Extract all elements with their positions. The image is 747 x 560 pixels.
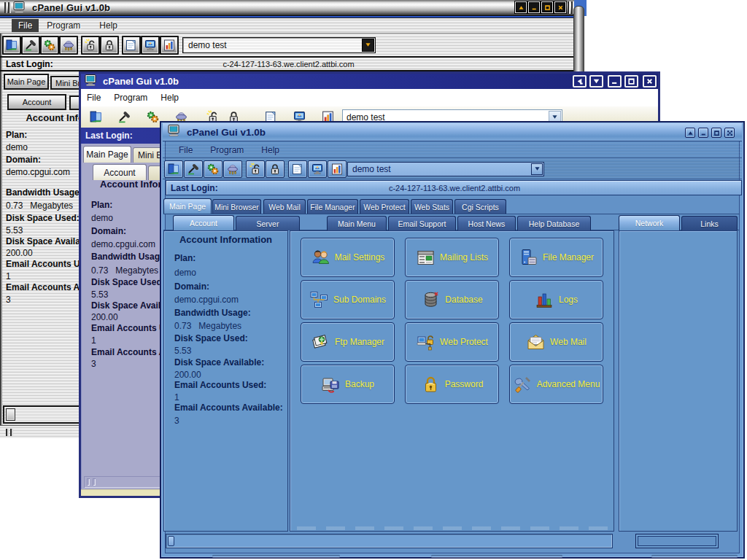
backup-button[interactable]: Backup: [301, 365, 395, 404]
statusbar-knob[interactable]: [168, 536, 174, 546]
field-value: 200.00: [174, 370, 201, 380]
close-button[interactable]: [643, 75, 657, 88]
tab-web-stats[interactable]: Web Stats: [411, 199, 453, 214]
database-button[interactable]: Database: [405, 280, 499, 319]
account-combobox[interactable]: demo test: [182, 37, 376, 53]
logs-button[interactable]: Logs: [509, 280, 603, 319]
file-manager-button[interactable]: File Manager: [509, 238, 603, 277]
menu-file[interactable]: File: [12, 19, 39, 32]
field-label: Email Accounts Used:: [174, 380, 266, 390]
connector-icon[interactable]: [59, 36, 78, 55]
menu-program[interactable]: Program: [210, 145, 244, 155]
lock-icon[interactable]: [266, 160, 285, 178]
front-titlebar[interactable]: cPanel Gui v1.0b: [163, 123, 742, 141]
tab-account[interactable]: Account: [173, 215, 234, 230]
middle-titlebar[interactable]: cPanel Gui v1.0b: [81, 74, 658, 89]
advanced-menu-button[interactable]: Advanced Menu: [509, 365, 603, 404]
close-button[interactable]: [724, 128, 735, 138]
statusbar-knob[interactable]: [6, 408, 15, 421]
minimize-button[interactable]: [528, 1, 540, 13]
lock-icon[interactable]: [100, 36, 119, 55]
color-picker-icon[interactable]: [21, 36, 40, 55]
tab-main-page[interactable]: Main Page: [163, 198, 212, 214]
rollup-button[interactable]: [515, 1, 527, 13]
tab-web-protect[interactable]: Web Protect: [360, 199, 409, 214]
unlock-icon[interactable]: [246, 160, 265, 178]
last-login-value: c-24-127-113-63.we.client2.attbi.com: [0, 60, 577, 69]
roll-down-button[interactable]: [589, 75, 603, 88]
tab-network[interactable]: Network: [619, 215, 680, 230]
color-picker-icon[interactable]: [184, 160, 203, 178]
exit-icon[interactable]: [2, 36, 21, 55]
gears-icon[interactable]: [204, 160, 222, 178]
rollup-button[interactable]: [685, 128, 695, 138]
sub-domains-button[interactable]: Sub Domains: [301, 280, 395, 319]
field-value: 0.73 Megabytes: [174, 321, 241, 331]
combobox-value: demo test: [183, 40, 362, 50]
menu-program[interactable]: Program: [114, 93, 147, 103]
menu-file[interactable]: File: [87, 93, 101, 103]
window-title: cPanel Gui v1.0b: [187, 127, 266, 138]
bar-chart-icon[interactable]: [328, 160, 347, 178]
tab-cgi-scripts[interactable]: Cgi Scripts: [454, 199, 506, 214]
tab-main-page[interactable]: Main Page: [83, 146, 131, 163]
tab-server[interactable]: Server: [236, 216, 300, 230]
field-value: 0.73 Megabytes: [6, 201, 73, 211]
connector-icon[interactable]: [223, 160, 242, 178]
minimize-button[interactable]: [698, 128, 708, 138]
chevron-down-icon[interactable]: [362, 39, 374, 52]
tab-main-page[interactable]: Main Page: [4, 74, 49, 90]
roll-left-button[interactable]: [573, 75, 587, 88]
ftp-manager-button[interactable]: Ftp Manager: [301, 322, 395, 362]
mailing-lists-button[interactable]: Mailing Lists: [405, 238, 499, 277]
statusbar-field: [166, 534, 613, 548]
new-window-icon[interactable]: [122, 36, 141, 55]
maximize-button[interactable]: [541, 1, 553, 13]
exit-icon[interactable]: [87, 109, 105, 126]
chevron-down-icon[interactable]: [531, 163, 543, 175]
tab-host-news[interactable]: Host News: [457, 216, 516, 230]
minimize-button[interactable]: [608, 75, 622, 88]
tab-links[interactable]: Links: [681, 216, 738, 230]
back-titlebar[interactable]: cPanel Gui v1.0b: [0, 0, 577, 15]
exit-icon[interactable]: [164, 160, 183, 178]
close-button[interactable]: [554, 1, 566, 13]
statusbar-progress-field: [635, 534, 719, 548]
resize-grip-icon[interactable]: [6, 429, 13, 436]
menu-help[interactable]: Help: [261, 145, 279, 155]
tab-web-mail[interactable]: Web Mail: [263, 199, 306, 214]
tab-account[interactable]: Account: [7, 94, 66, 110]
tab-main-menu[interactable]: Main Menu: [327, 216, 387, 230]
field-value: demo.cpgui.com: [6, 167, 70, 177]
tab-account[interactable]: Account: [93, 164, 147, 180]
password-button[interactable]: Password: [405, 365, 499, 404]
tab-file-manager[interactable]: File Manager: [307, 199, 358, 214]
monitor-icon[interactable]: [308, 160, 327, 178]
unlock-icon[interactable]: [81, 36, 100, 55]
panel-edge-decoration: [291, 526, 613, 530]
web-protect-button[interactable]: Web Protect: [405, 322, 499, 362]
menu-help[interactable]: Help: [93, 19, 124, 32]
account-combobox[interactable]: demo test: [347, 162, 544, 176]
gears-icon[interactable]: [40, 36, 59, 55]
front-tabrow-sub: Account Server Main Menu Email Support H…: [163, 214, 740, 230]
window-title: cPanel Gui v1.0b: [32, 0, 110, 15]
tab-help-database[interactable]: Help Database: [517, 216, 591, 230]
bar-chart-icon[interactable]: [160, 36, 179, 55]
menu-program[interactable]: Program: [40, 19, 87, 32]
maximize-button[interactable]: [711, 128, 721, 138]
tab-email-support[interactable]: Email Support: [388, 216, 456, 230]
color-picker-icon[interactable]: [115, 109, 133, 126]
menu-file[interactable]: File: [179, 145, 193, 155]
monitor-icon[interactable]: [141, 36, 160, 55]
frame-groove: [431, 555, 562, 557]
mail-settings-button[interactable]: Mail Settings: [301, 238, 395, 277]
tab-mini-browser[interactable]: Mini Browser: [212, 199, 261, 214]
maximize-button[interactable]: [624, 75, 638, 88]
front-lastlogin-bar: Last Login: c-24-127-113-63.we.client2.a…: [166, 180, 742, 195]
new-window-icon[interactable]: [288, 160, 307, 178]
back-lastlogin-bar: Last Login: c-24-127-113-63.we.client2.a…: [0, 56, 577, 71]
web-mail-button[interactable]: Web Mail: [509, 322, 603, 362]
menu-help[interactable]: Help: [160, 93, 179, 103]
button-label: Advanced Menu: [537, 379, 600, 389]
